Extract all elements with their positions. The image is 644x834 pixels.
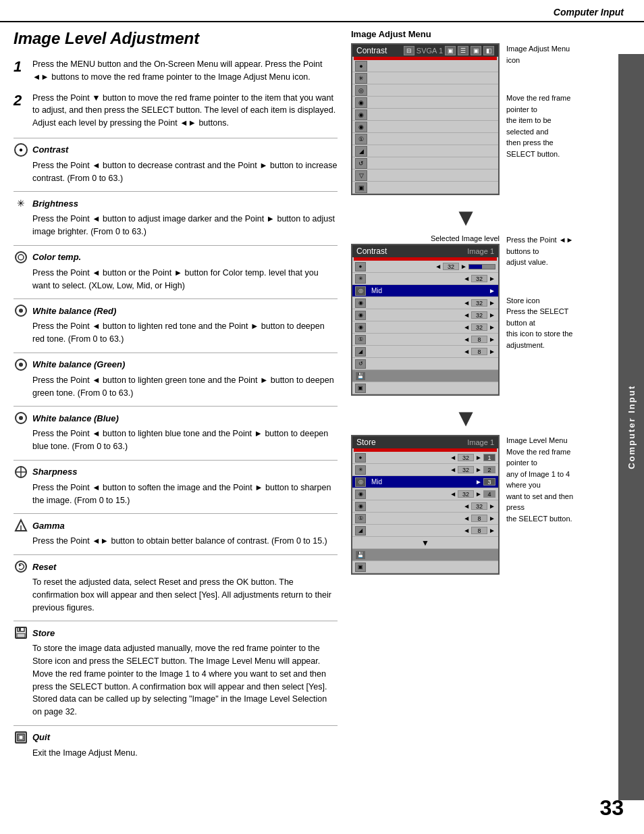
right-panel-title: Image Adjust Menu bbox=[351, 29, 581, 39]
step-1: 1 Press the MENU button and the On-Scree… bbox=[14, 58, 338, 84]
sidebar-text: Computer Input bbox=[626, 385, 637, 469]
brightness-icon: ✳ bbox=[14, 196, 28, 211]
annotation-store: Store iconPress the SELECT button atthis… bbox=[506, 295, 581, 351]
menu1-row-icon-6: ◉ bbox=[355, 122, 367, 132]
selected-level-annotation: Selected Image level bbox=[351, 234, 500, 242]
menu1-icon1: ⊟ bbox=[404, 46, 414, 55]
m2r7-icon: ① bbox=[355, 335, 366, 344]
menu1-svga: SVGA 1 bbox=[417, 47, 443, 55]
menu-panel-2: Contrast Image 1 ● ◄ 32 ► bbox=[351, 244, 500, 396]
arrow-down-1: ▼ bbox=[351, 203, 581, 232]
menu1-row-2: ✳ bbox=[352, 72, 498, 84]
menu3-row-5: ◉ ◄ 32 ► bbox=[352, 500, 498, 513]
quit-title: Quit bbox=[32, 732, 50, 742]
menu3-row-6: ① ◄ 8 ► bbox=[352, 513, 498, 525]
menu2-row-5: ◉ ◄ 32 ► bbox=[352, 309, 498, 321]
annotation-pointer: Move the red frame pointer tothe item to… bbox=[506, 93, 581, 159]
svg-marker-14 bbox=[19, 564, 22, 567]
sharpness-icon bbox=[14, 465, 28, 479]
menu3-row-quit: ▣ bbox=[352, 561, 498, 573]
svg-point-3 bbox=[19, 309, 23, 313]
right-column: Image Adjust Menu Contrast ⊟ SVGA 1 ▣ ☰ … bbox=[351, 29, 614, 766]
wb-blue-title: White balance (Blue) bbox=[32, 413, 119, 423]
svg-rect-18 bbox=[17, 633, 25, 637]
menu3-row-2: ✳ ◄ 32 ► 2 bbox=[352, 464, 498, 476]
gamma-body: Press the Point ◄► button to obtain bett… bbox=[32, 535, 338, 548]
m2r3-icon: ◎ bbox=[355, 286, 366, 296]
svg-point-13 bbox=[16, 561, 26, 572]
menu1-row-icon-8: ◢ bbox=[355, 146, 367, 157]
menu3-row-7: ◢ ◄ 8 ► bbox=[352, 525, 498, 537]
menu3-row-4: ◉ ◄ 32 ► 4 bbox=[352, 488, 498, 500]
menu1-annotations: Image Adjust Menu icon Move the red fram… bbox=[506, 43, 581, 201]
colortemp-icon bbox=[14, 250, 28, 265]
brightness-title: Brightness bbox=[32, 199, 78, 209]
menu1-row-10: ▽ bbox=[352, 170, 498, 182]
sharpness-title: Sharpness bbox=[32, 467, 77, 477]
wb-green-body: Press the Point ◄ button to lighten gree… bbox=[32, 374, 338, 400]
section-store: Store To store the image data adjusted m… bbox=[14, 625, 338, 719]
menu1-row-6: ◉ bbox=[352, 121, 498, 133]
m2r1-left-arr: ◄ bbox=[435, 263, 441, 270]
m2r3-val: Mid bbox=[371, 287, 382, 294]
annotation-menu-icon: Image Adjust Menu icon bbox=[506, 43, 581, 66]
section-wb-red: White balance (Red) Press the Point ◄ bu… bbox=[14, 303, 338, 346]
menu2-row-1: ● ◄ 32 ► bbox=[352, 261, 498, 273]
page-number: 33 bbox=[599, 796, 624, 820]
menu1-title: Contrast bbox=[356, 46, 387, 55]
section-sharpness: Sharpness Press the Point ◄ button to so… bbox=[14, 465, 338, 507]
step-2: 2 Press the Point ▼ button to move the r… bbox=[14, 92, 338, 130]
menu1-row-icon-4: ◉ bbox=[355, 97, 367, 108]
step-1-number: 1 bbox=[14, 58, 27, 84]
menu1-row-icon-5: ◉ bbox=[355, 109, 367, 120]
menu3-title: Store bbox=[356, 438, 376, 447]
page-title: Image Level Adjustment bbox=[14, 29, 338, 48]
m2r9-icon: ↺ bbox=[355, 359, 366, 369]
section-reset: Reset To reset the adjusted data, select… bbox=[14, 559, 338, 614]
wb-red-icon bbox=[14, 303, 28, 318]
colortemp-title: Color temp. bbox=[32, 252, 81, 262]
menu1-icon4: ▣ bbox=[471, 46, 481, 55]
menu3-row-down: ▼ bbox=[352, 537, 498, 549]
menu3-row-1: ● ◄ 32 ► 1 bbox=[352, 452, 498, 464]
reset-icon bbox=[14, 559, 28, 574]
menu1-row-9: ↺ bbox=[352, 157, 498, 170]
menu2-row-6: ◉ ◄ 32 ► bbox=[352, 321, 498, 334]
m2r1-icon: ● bbox=[355, 262, 366, 271]
left-column: Image Level Adjustment 1 Press the MENU … bbox=[14, 29, 344, 766]
menu1-icon5: ◧ bbox=[483, 46, 494, 55]
svg-point-0 bbox=[16, 252, 26, 263]
step-1-text: Press the MENU button and the On-Screen … bbox=[32, 58, 338, 84]
menu1-row-icon-2: ✳ bbox=[355, 73, 367, 84]
store-title: Store bbox=[32, 628, 55, 638]
store-body: To store the image data adjusted manuall… bbox=[32, 642, 338, 719]
svg-rect-17 bbox=[19, 628, 21, 631]
gamma-icon bbox=[14, 518, 28, 533]
menu2-row-7: ① ◄ 8 ► bbox=[352, 334, 498, 346]
step-2-number: 2 bbox=[14, 92, 27, 130]
wb-red-body: Press the Point ◄ button to lighten red … bbox=[32, 320, 338, 346]
gamma-title: Gamma bbox=[32, 521, 65, 531]
sharpness-body: Press the Point ◄ button to soften the i… bbox=[32, 481, 338, 507]
annotation-pointer-text: Move the red frame pointer tothe item to… bbox=[506, 94, 570, 158]
section-quit: Quit Exit the Image Adjust Menu. bbox=[14, 730, 338, 760]
annotation-adjust: Press the Point ◄► buttons toadjust valu… bbox=[506, 234, 581, 268]
wb-green-title: White balance (Green) bbox=[32, 359, 125, 369]
annotation-image-level: Image Level MenuMove the red frame point… bbox=[506, 435, 581, 524]
m2r5-icon: ◉ bbox=[355, 311, 366, 320]
m2r4-icon: ◉ bbox=[355, 298, 366, 308]
quit-body: Exit the Image Adjust Menu. bbox=[32, 747, 338, 760]
m2r1-val: 32 bbox=[443, 263, 459, 270]
reset-body: To reset the adjusted data, select Reset… bbox=[32, 576, 338, 614]
menu1-row-1: ● bbox=[352, 60, 498, 72]
menu1-icon2: ▣ bbox=[445, 46, 456, 55]
m2r1-controls: ◄ 32 ► bbox=[435, 263, 495, 270]
section-brightness: ✳ Brightness Press the Point ◄ button to… bbox=[14, 196, 338, 238]
m2r1-bar bbox=[468, 264, 495, 269]
annotation-menu-icon-text: Image Adjust Menu icon bbox=[506, 45, 570, 64]
m2r8-icon: ◢ bbox=[355, 347, 366, 357]
sidebar-label: Computer Input bbox=[618, 54, 644, 800]
section-gamma: Gamma Press the Point ◄► button to obtai… bbox=[14, 518, 338, 548]
m2r6-icon: ◉ bbox=[355, 323, 366, 332]
menu2-row-4: ◉ ◄ 32 ► bbox=[352, 297, 498, 309]
